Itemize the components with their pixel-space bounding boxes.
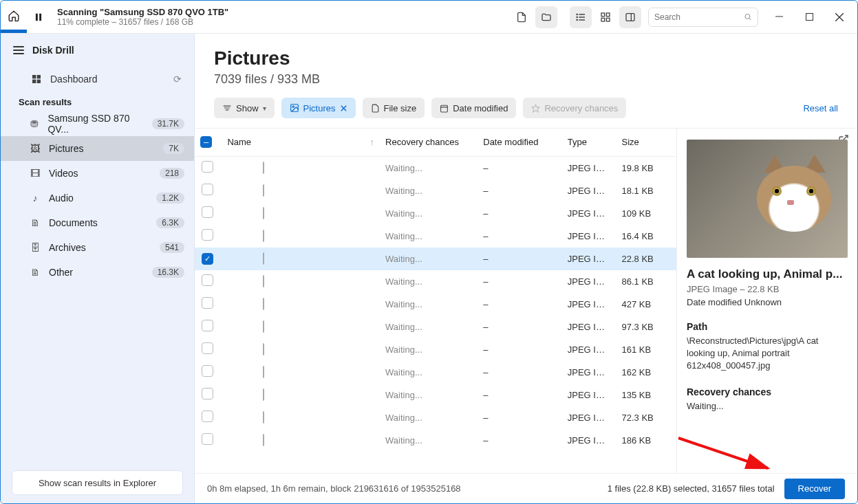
- scan-title: Scanning "Samsung SSD 870 QVO 1TB": [57, 7, 228, 17]
- recoverychances-filter-button[interactable]: Recovery chances: [523, 98, 626, 118]
- category-label: Videos: [49, 168, 78, 179]
- svg-rect-21: [37, 75, 41, 78]
- dashboard-label: Dashboard: [50, 74, 98, 85]
- row-date: –: [478, 429, 562, 452]
- preview-rec: Waiting...: [687, 400, 848, 413]
- col-name[interactable]: Name ↑: [222, 129, 380, 156]
- row-checkbox[interactable]: [202, 320, 213, 331]
- row-checkbox[interactable]: [202, 274, 213, 286]
- table-row[interactable]: Adobe Photoshop...Waiting...–JPEG Im...8…: [195, 270, 676, 293]
- row-date: –: [478, 270, 562, 293]
- table-row[interactable]: Adobe Photoshop...Waiting...–JPEG Im...1…: [195, 338, 676, 361]
- svg-point-7: [577, 19, 577, 20]
- window-minimize[interactable]: [764, 6, 794, 28]
- row-date: –: [478, 202, 562, 225]
- row-checkbox[interactable]: ✓: [202, 253, 213, 265]
- row-checkbox[interactable]: [202, 297, 213, 309]
- pictures-filter-chip[interactable]: Pictures: [281, 98, 356, 118]
- category-label: Documents: [49, 217, 98, 228]
- row-checkbox[interactable]: [202, 342, 213, 354]
- svg-rect-11: [606, 18, 610, 21]
- category-count: 16.3K: [152, 267, 184, 278]
- table-row[interactable]: A black and white...Waiting...–JPEG Im..…: [195, 225, 676, 248]
- show-filter-button[interactable]: Show ▾: [214, 98, 275, 118]
- table-row[interactable]: file 1920x1280_00...Waiting...–JPEG Im..…: [195, 293, 676, 316]
- row-checkbox[interactable]: [202, 388, 213, 399]
- table-row[interactable]: Adobe Photoshop...Waiting...–JPEG Im...1…: [195, 429, 676, 452]
- sidebar-item-documents[interactable]: 🗎Documents6.3K: [1, 210, 194, 235]
- view-grid-button[interactable]: [594, 6, 616, 28]
- col-date[interactable]: Date modified: [478, 129, 562, 156]
- view-folder-button[interactable]: [535, 6, 557, 28]
- row-type: JPEG Im...: [562, 225, 616, 248]
- sidebar-item-other[interactable]: 🗎Other16.3K: [1, 260, 194, 285]
- sidebar-item-pictures[interactable]: 🖼Pictures7K: [1, 136, 194, 161]
- sidebar-section-label: Scan results: [1, 91, 194, 111]
- sidebar-item-archives[interactable]: 🗄Archives541: [1, 235, 194, 260]
- preview-rec-heading: Recovery chances: [687, 386, 848, 397]
- sidebar-item-videos[interactable]: 🎞Videos218: [1, 161, 194, 186]
- datemodified-filter-button[interactable]: Date modified: [431, 98, 516, 118]
- filesize-filter-button[interactable]: File size: [363, 98, 425, 118]
- row-size: 22.8 KB: [616, 248, 677, 270]
- col-recovery[interactable]: Recovery chances: [380, 129, 478, 156]
- preview-path: \Reconstructed\Pictures\jpg\A cat lookin…: [687, 335, 848, 373]
- row-checkbox[interactable]: [202, 206, 213, 218]
- row-checkbox[interactable]: [202, 184, 213, 195]
- svg-rect-9: [606, 13, 610, 17]
- svg-rect-31: [441, 105, 448, 112]
- col-type[interactable]: Type: [562, 129, 616, 156]
- window-maximize[interactable]: [794, 6, 824, 28]
- select-all-checkbox[interactable]: –: [200, 136, 212, 148]
- category-count: 7K: [163, 143, 184, 154]
- view-list-button[interactable]: [570, 6, 592, 28]
- row-checkbox[interactable]: [202, 433, 213, 445]
- table-row[interactable]: ✓A cat looking up,...Waiting...–JPEG Im.…: [195, 248, 676, 270]
- folder-icon: [541, 12, 552, 23]
- table-row[interactable]: Beautiful black an...Waiting...–JPEG Im.…: [195, 179, 676, 202]
- recover-button[interactable]: Recover: [784, 479, 845, 499]
- show-in-explorer-button[interactable]: Show scan results in Explorer: [12, 470, 183, 495]
- category-count: 541: [160, 242, 184, 253]
- table-row[interactable]: Adobe Photoshop...Waiting...–JPEG Im...1…: [195, 361, 676, 384]
- tab-pause[interactable]: [27, 1, 50, 33]
- tab-home[interactable]: [1, 1, 27, 33]
- search-input[interactable]: [654, 12, 744, 22]
- category-label: Other: [49, 267, 73, 278]
- search-box[interactable]: [648, 8, 758, 27]
- sidebar-item-audio[interactable]: ♪Audio1.2K: [1, 186, 194, 210]
- row-checkbox[interactable]: [202, 365, 213, 377]
- row-date: –: [478, 156, 562, 179]
- row-checkbox[interactable]: [202, 410, 213, 422]
- category-icon: 🎞: [28, 168, 42, 179]
- view-split-button[interactable]: [619, 6, 641, 28]
- preview-title: A cat looking up, Animal p...: [687, 267, 848, 281]
- sidebar-dashboard[interactable]: Dashboard ⟳: [1, 67, 194, 91]
- svg-rect-22: [32, 80, 36, 83]
- svg-point-5: [577, 14, 577, 14]
- reset-all-link[interactable]: Reset all: [803, 103, 838, 113]
- row-checkbox[interactable]: [202, 161, 213, 173]
- table-row[interactable]: file 2560x1440_00...Waiting...–JPEG Im..…: [195, 406, 676, 429]
- filetype-icon: [263, 162, 264, 174]
- sidebar-item-samsung-ssd-qv-[interactable]: ⛃Samsung SSD 870 QV...31.7K: [1, 111, 194, 136]
- category-icon: 🗄: [28, 242, 42, 253]
- category-icon: 🗎: [28, 267, 42, 278]
- filetype-icon: [263, 252, 264, 265]
- window-close[interactable]: [824, 6, 855, 28]
- minimize-icon: [775, 13, 783, 21]
- preview-datemod: Date modified Unknown: [687, 297, 848, 307]
- maximize-icon: [806, 13, 813, 21]
- table-row[interactable]: New Born Young...Waiting...–JPEG Im...19…: [195, 156, 676, 179]
- view-file-button[interactable]: [511, 6, 533, 28]
- row-checkbox[interactable]: [202, 229, 213, 241]
- page-subtitle: 7039 files / 933 MB: [214, 72, 838, 87]
- row-size: 162 KB: [616, 361, 677, 384]
- table-row[interactable]: file 600x450_0004...Waiting...–JPEG Im..…: [195, 384, 676, 406]
- table-row[interactable]: file 316x316_0004...Waiting...–JPEG Im..…: [195, 316, 676, 338]
- col-size[interactable]: Size: [616, 129, 677, 156]
- menu-button[interactable]: [13, 46, 24, 54]
- page-title: Pictures: [214, 47, 838, 69]
- table-row[interactable]: file 1920x1200_00...Waiting...–JPEG Im..…: [195, 202, 676, 225]
- x-icon[interactable]: [340, 105, 347, 112]
